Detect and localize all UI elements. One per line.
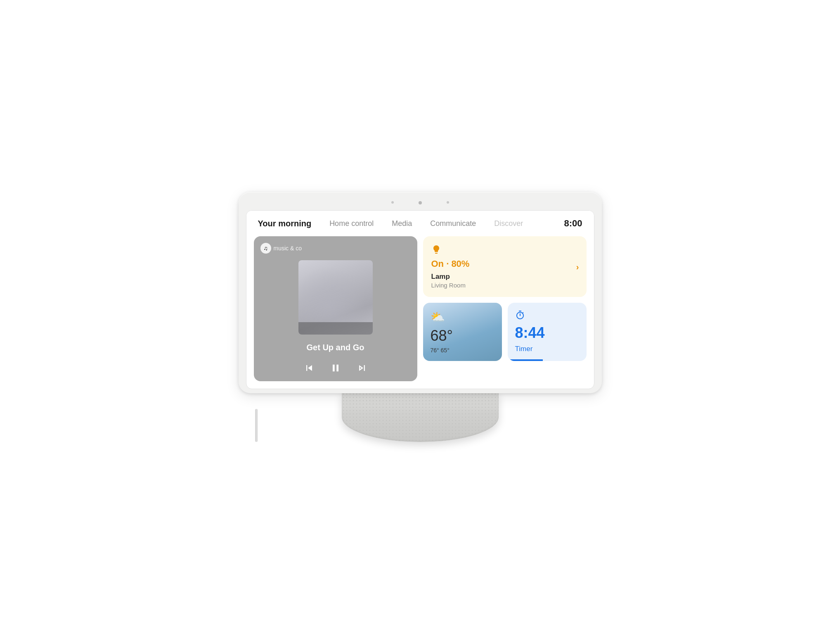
album-art-strip (298, 322, 373, 335)
album-art (298, 260, 373, 335)
lamp-status: On · 80% (431, 259, 578, 269)
camera-dot-right (447, 201, 449, 204)
speaker-grille-texture (342, 392, 499, 442)
weather-range: 76° 65° (431, 347, 450, 354)
music-card[interactable]: ♫ music & co Get Up and Go (254, 236, 417, 381)
music-controls (303, 362, 368, 374)
lamp-card[interactable]: On · 80% Lamp Living Room › (423, 236, 587, 297)
google-nest-hub: Your morning Home control Media Communic… (234, 192, 606, 442)
weather-card[interactable]: ⛅ 68° 76° 65° (423, 303, 502, 361)
clock-display: 8:00 (564, 218, 582, 229)
pause-button[interactable] (330, 362, 341, 374)
timer-card[interactable]: 8:44 Timer (508, 303, 587, 361)
device-screen: Your morning Home control Media Communic… (246, 210, 594, 389)
timer-time-display: 8:44 (515, 324, 579, 342)
previous-track-button[interactable] (303, 362, 315, 374)
lamp-name: Lamp (431, 273, 578, 281)
right-column: On · 80% Lamp Living Room › ⛅ 68° 76° 65… (423, 236, 587, 361)
next-track-button[interactable] (356, 362, 368, 374)
music-app-icon: ♫ (260, 243, 271, 254)
weather-icon: ⛅ (431, 310, 445, 324)
content-grid: ♫ music & co Get Up and Go (246, 236, 594, 389)
nav-item-your-morning[interactable]: Your morning (258, 219, 321, 228)
nav-item-home-control[interactable]: Home control (320, 219, 383, 228)
device-body: Your morning Home control Media Communic… (239, 192, 602, 393)
bottom-row: ⛅ 68° 76° 65° 8:44 Ti (423, 303, 587, 361)
lamp-location: Living Room (431, 282, 578, 289)
nav-item-discover[interactable]: Discover (485, 219, 532, 228)
lamp-chevron-right-icon: › (576, 262, 579, 271)
timer-progress-bar (508, 359, 543, 361)
speaker-base (342, 392, 499, 442)
camera-dot-center (419, 201, 422, 204)
timer-label: Timer (515, 345, 579, 353)
weather-temperature: 68° (431, 327, 453, 344)
nav-item-communicate[interactable]: Communicate (421, 219, 485, 228)
lamp-icon (431, 245, 578, 257)
navigation-bar: Your morning Home control Media Communic… (246, 211, 594, 236)
camera-dot-left (391, 201, 394, 204)
camera-dots (246, 199, 594, 206)
device-base-wrapper (234, 392, 606, 442)
nav-item-media[interactable]: Media (383, 219, 421, 228)
music-app-name: music & co (274, 245, 302, 252)
song-title: Get Up and Go (307, 343, 364, 352)
music-app-badge: ♫ music & co (260, 243, 302, 254)
timer-icon (515, 310, 579, 323)
